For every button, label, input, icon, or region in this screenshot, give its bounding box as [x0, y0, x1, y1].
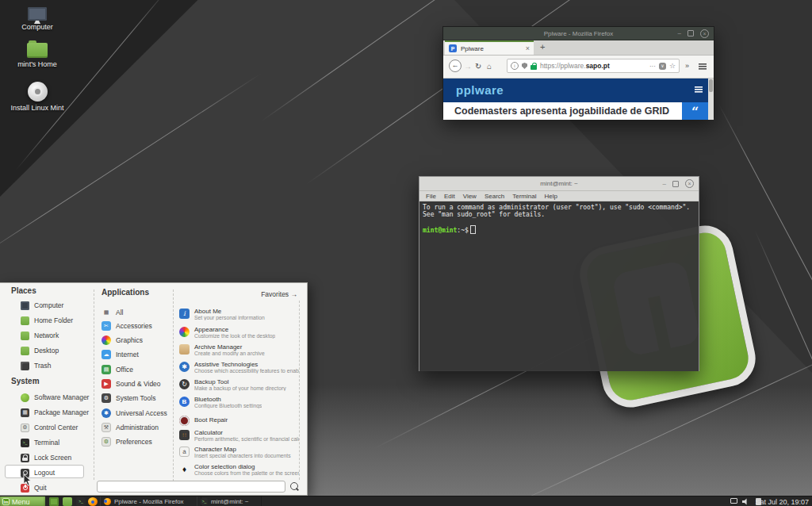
minimize-button[interactable]: – — [678, 30, 681, 36]
computer-icon — [28, 7, 47, 21]
file-manager-icon[interactable] — [63, 497, 72, 506]
menu-search[interactable]: Search — [485, 193, 504, 200]
bookmark-star-icon[interactable]: ☆ — [669, 62, 676, 70]
category-system-tools[interactable]: ⚙System Tools — [102, 393, 155, 404]
archive-manager-icon — [179, 344, 190, 355]
desktop-icon-install[interactable]: Install Linux Mint — [3, 82, 71, 112]
show-desktop-icon[interactable] — [49, 497, 59, 506]
category-sound-video[interactable]: ▶Sound & Video — [102, 378, 161, 389]
menu-button[interactable]: lm Menu — [0, 496, 45, 506]
terminal-icon: >_ — [21, 439, 29, 447]
place-network[interactable]: Network — [21, 330, 59, 341]
system-package-manager[interactable]: ▦Package Manager — [21, 407, 89, 418]
system-header: System — [11, 377, 40, 385]
firefox-titlebar[interactable]: Pplware - Mozilla Firefox – × — [443, 27, 714, 40]
system-software-manager[interactable]: Software Manager — [21, 392, 89, 403]
maximize-button[interactable] — [672, 181, 679, 187]
calculator-icon: ∷ — [179, 430, 190, 440]
terminal-output[interactable]: To run a command as administrator (user … — [419, 201, 699, 371]
category-graphics[interactable]: Graphics — [102, 335, 143, 346]
favorites-button[interactable]: Favorites → — [261, 290, 297, 298]
search-input[interactable] — [97, 481, 285, 493]
mouse-cursor — [23, 473, 33, 490]
computer-icon — [21, 301, 29, 310]
terminal-icon: >_ — [201, 498, 208, 505]
close-button[interactable]: × — [700, 29, 709, 38]
category-accessories[interactable]: ✂Accessories — [102, 320, 152, 332]
scrollbar-thumb[interactable] — [709, 79, 713, 92]
reload-icon[interactable]: ↻ — [475, 61, 481, 71]
place-home-folder[interactable]: Home Folder — [21, 315, 73, 326]
desktop-icon-label: Install Linux Mint — [3, 104, 71, 112]
category-office[interactable]: ▤Office — [102, 364, 133, 375]
desktop-icon-home[interactable]: mint's Home — [3, 43, 71, 68]
home-icon[interactable]: ⌂ — [487, 61, 492, 71]
app-boot-repair[interactable]: Boot Repair — [179, 415, 300, 426]
desktop-icon-computer[interactable]: Computer — [3, 7, 71, 31]
terminal-launcher-icon[interactable]: >_ — [76, 497, 86, 506]
minimize-button[interactable]: – — [663, 181, 666, 187]
maximize-button[interactable] — [688, 30, 694, 36]
category-all[interactable]: ▦All — [102, 307, 123, 318]
taskbar-window-terminal[interactable]: >_ mint@mint: ~ — [197, 496, 262, 506]
overflow-chevron-icon[interactable]: » — [685, 61, 689, 71]
page-actions-icon[interactable]: ··· — [649, 63, 656, 70]
system-terminal[interactable]: >_Terminal — [21, 437, 59, 448]
close-button[interactable]: × — [685, 179, 694, 188]
article-headline[interactable]: Codemasters apresenta jogabilidade de GR… — [454, 105, 668, 117]
app-bluetooth[interactable]: BBluetoothConfigure Bluetooth settings — [179, 396, 300, 408]
place-desktop[interactable]: Desktop — [21, 345, 59, 356]
back-icon[interactable]: ← — [449, 59, 462, 72]
place-computer[interactable]: Computer — [21, 300, 63, 311]
category-administration[interactable]: ⚒Administration — [102, 422, 159, 433]
site-menu-icon[interactable] — [695, 86, 703, 93]
app-archive-manager[interactable]: Archive ManagerCreate and modify an arch… — [179, 343, 300, 356]
tab-close-icon[interactable]: × — [526, 44, 530, 52]
quote-badge[interactable]: “ — [682, 102, 708, 120]
menu-terminal[interactable]: Terminal — [512, 193, 536, 200]
https-lock-icon — [530, 65, 537, 70]
scrollbar[interactable] — [708, 79, 714, 120]
app-appearance[interactable]: AppearanceCustomize the look of the desk… — [179, 326, 300, 339]
app-calculator[interactable]: ∷CalculatorPerform arithmetic, scientifi… — [179, 429, 300, 442]
system-control-center[interactable]: ⚙Control Center — [21, 422, 78, 433]
url-text[interactable]: https://pplware.sapo.pt — [540, 62, 646, 70]
pocket-icon[interactable]: ∨ — [659, 63, 666, 70]
place-trash[interactable]: Trash — [21, 360, 51, 371]
search-icon[interactable] — [290, 482, 298, 490]
category-internet[interactable]: ☁Internet — [102, 349, 139, 360]
character-map-icon: á — [179, 447, 190, 457]
app-assistive-technologies[interactable]: ✱Assistive TechnologiesChoose which acce… — [179, 361, 300, 374]
display-tray-icon[interactable] — [730, 498, 737, 504]
taskbar-window-firefox[interactable]: Pplware - Mozilla Firefox — [100, 496, 201, 506]
app-about-me[interactable]: iAbout MeSet your personal information — [179, 308, 300, 320]
terminal-menubar: File Edit View Search Terminal Help — [419, 191, 699, 201]
tracking-shield-icon[interactable] — [522, 63, 527, 69]
tab-pplware[interactable]: P Pplware × — [445, 40, 534, 55]
trash-icon — [21, 362, 29, 370]
forward-icon[interactable]: → — [464, 61, 472, 71]
office-icon: ▤ — [102, 365, 111, 374]
new-tab-button[interactable]: + — [540, 42, 545, 52]
home-folder-icon — [27, 43, 48, 58]
category-universal-access[interactable]: ✱Universal Access — [102, 408, 167, 419]
pplware-logo[interactable]: pplware — [456, 83, 504, 97]
desktop: Computer mint's Home Install Linux Mint … — [0, 0, 812, 506]
page-info-icon[interactable]: i — [511, 62, 519, 70]
desktop-folder-icon — [21, 347, 29, 355]
menu-edit[interactable]: Edit — [444, 193, 455, 200]
clock[interactable]: Sat Jul 20, 19:07 — [755, 496, 809, 506]
volume-tray-icon[interactable] — [742, 498, 749, 505]
firefox-launcher-icon[interactable] — [88, 497, 98, 506]
menu-view[interactable]: View — [463, 193, 477, 200]
menu-file[interactable]: File — [426, 193, 436, 200]
app-backup-tool[interactable]: ↻Backup ToolMake a backup of your home d… — [179, 378, 300, 391]
menu-help[interactable]: Help — [544, 193, 557, 200]
system-lock-screen[interactable]: Lock Screen — [21, 452, 71, 463]
menu-hamburger-icon[interactable] — [699, 63, 707, 70]
url-bar[interactable]: i https://pplware.sapo.pt ··· ∨ ☆ — [507, 59, 680, 73]
category-preferences[interactable]: ⚙Preferences — [102, 436, 152, 447]
app-character-map[interactable]: áCharacter MapInsert special characters … — [179, 446, 300, 458]
app-color-selection[interactable]: ♦Color selection dialogChoose colors fro… — [179, 463, 300, 476]
terminal-titlebar[interactable]: mint@mint: ~ – × — [419, 177, 699, 191]
